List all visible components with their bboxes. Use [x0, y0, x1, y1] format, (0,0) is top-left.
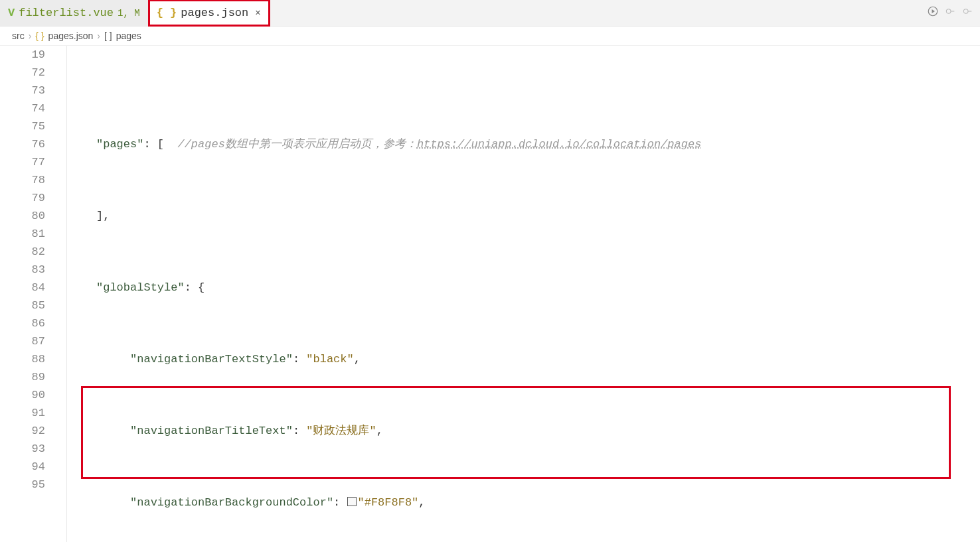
circle-icon-2[interactable]: [963, 6, 973, 20]
line-number: 94: [0, 458, 45, 476]
tab-pages-json[interactable]: { } pages.json ×: [149, 0, 270, 26]
color-swatch: [347, 497, 357, 506]
line-number: 19: [0, 46, 45, 64]
line-number: 90: [0, 386, 45, 404]
line-number: 85: [0, 297, 45, 314]
line-number: 92: [0, 422, 45, 440]
line-number: 88: [0, 350, 45, 368]
vue-icon: V: [8, 7, 15, 19]
line-number: 91: [0, 404, 45, 422]
line-number: 83: [0, 261, 45, 279]
line-number: 77: [0, 153, 45, 171]
json-icon: { }: [157, 7, 177, 19]
line-number: 75: [0, 117, 45, 135]
chevron-right-icon: ›: [29, 31, 32, 41]
line-number: 87: [0, 332, 45, 350]
line-number: 82: [0, 243, 45, 261]
line-number: 76: [0, 135, 45, 153]
run-icon[interactable]: [927, 5, 939, 21]
breadcrumb-file[interactable]: pages.json: [48, 31, 94, 41]
line-number: 78: [0, 171, 45, 189]
json-icon: { }: [35, 31, 44, 41]
tab-status: 1, M: [118, 8, 140, 19]
tab-bar: V filterlist.vue 1, M { } pages.json ×: [0, 0, 980, 27]
line-number: 89: [0, 368, 45, 386]
line-number: 84: [0, 279, 45, 297]
line-number: 81: [0, 225, 45, 243]
tab-label: pages.json: [181, 7, 248, 19]
line-number: 73: [0, 82, 45, 100]
line-gutter: 19 72 73 74 75 76 77 78 79 80 81 82 83 8…: [0, 46, 60, 542]
tab-label: filterlist.vue: [19, 7, 114, 19]
array-icon: [ ]: [104, 31, 112, 41]
line-number: 79: [0, 189, 45, 207]
code-area[interactable]: "pages": [ //pages数组中第一项表示应用启动页，参考：https…: [60, 46, 980, 542]
line-number: 80: [0, 207, 45, 225]
line-number: 86: [0, 314, 45, 332]
tab-filterlist[interactable]: V filterlist.vue 1, M: [0, 0, 149, 26]
svg-point-3: [963, 9, 968, 14]
circle-icon[interactable]: [945, 6, 956, 20]
line-number: 74: [0, 100, 45, 117]
svg-point-1: [946, 9, 951, 14]
editor[interactable]: 19 72 73 74 75 76 77 78 79 80 81 82 83 8…: [0, 46, 980, 542]
breadcrumb-src[interactable]: src: [12, 31, 25, 41]
breadcrumb: src › { } pages.json › [ ] pages: [0, 27, 980, 46]
close-icon[interactable]: ×: [255, 8, 260, 19]
chevron-right-icon: ›: [97, 31, 100, 41]
line-number: 93: [0, 440, 45, 458]
breadcrumb-path[interactable]: pages: [116, 31, 141, 41]
line-number: 95: [0, 476, 45, 494]
line-number: 72: [0, 64, 45, 82]
tab-actions: [927, 0, 980, 26]
